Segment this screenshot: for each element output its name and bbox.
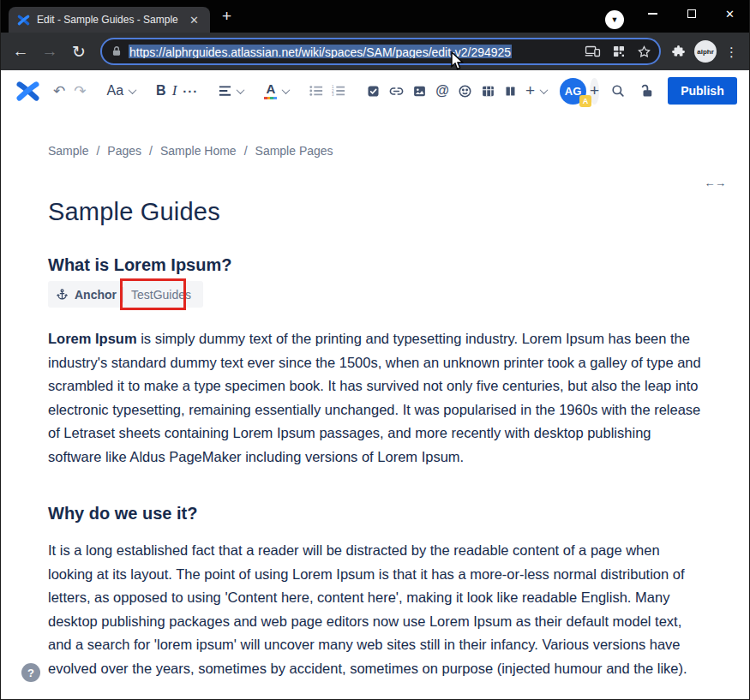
browser-window: Edit - Sample Guides - Sample - C ✕ + ▼ … — [0, 0, 750, 700]
back-icon[interactable]: ← — [8, 39, 33, 64]
browser-tab[interactable]: Edit - Sample Guides - Sample - C ✕ — [9, 7, 210, 33]
forward-icon[interactable]: → — [37, 39, 63, 64]
emoji-icon[interactable] — [453, 77, 477, 105]
chip-divider — [123, 287, 123, 302]
send-to-devices-icon[interactable] — [585, 45, 601, 58]
maximize-button[interactable] — [672, 0, 711, 27]
table-icon[interactable] — [477, 77, 500, 105]
unlock-icon[interactable] — [635, 77, 659, 105]
qr-code-icon[interactable] — [612, 45, 626, 58]
new-tab-button[interactable]: + — [222, 7, 231, 26]
bold-button[interactable]: B — [152, 77, 171, 105]
text-style-dropdown[interactable]: Aa — [103, 77, 141, 105]
page-content: Sample / Pages / Sample Home / Sample Pa… — [48, 144, 705, 680]
paragraph-body: is simply dummy text of the printing and… — [48, 331, 701, 464]
paragraph-why-use[interactable]: It is a long established fact that a rea… — [48, 539, 705, 680]
anchor-chip-label: Anchor — [75, 288, 117, 302]
mention-icon[interactable]: @ — [431, 77, 453, 105]
tab-strip: Edit - Sample Guides - Sample - C ✕ + ▼ … — [1, 0, 749, 33]
alignment-dropdown[interactable] — [214, 77, 248, 105]
lock-icon[interactable] — [111, 45, 123, 57]
paragraph-what-is[interactable]: Lorem Ipsum is simply dummy text of the … — [48, 327, 705, 469]
anchor-macro-row: Anchor TestGuides — [48, 281, 705, 312]
breadcrumb-separator: / — [244, 144, 248, 158]
chevron-down-icon — [237, 86, 245, 94]
svg-text:3: 3 — [332, 93, 334, 97]
browser-profile-avatar[interactable]: alphr — [694, 40, 717, 63]
avatar-status-badge: A — [579, 95, 591, 107]
browser-actions: alphr ⋮ — [669, 40, 742, 63]
bookmark-star-icon[interactable] — [637, 45, 651, 59]
task-checkbox-icon[interactable] — [362, 77, 385, 105]
reload-icon[interactable]: ↻ — [66, 39, 92, 64]
anchor-macro-chip[interactable]: Anchor TestGuides — [48, 281, 203, 308]
browser-menu-icon[interactable]: ⋮ — [725, 50, 737, 54]
address-bar[interactable]: https://alphrguides.atlassian.net/wiki/s… — [100, 38, 661, 65]
confluence-favicon — [17, 14, 30, 27]
tab-search-icon[interactable]: ▼ — [605, 10, 624, 29]
text-color-icon: A — [264, 82, 277, 99]
minimize-button[interactable] — [633, 0, 672, 27]
breadcrumb-separator: / — [149, 144, 153, 158]
breadcrumb-pages[interactable]: Pages — [107, 144, 141, 158]
editor-toolbar: ↶ ↷ Aa B I ··· A 123 — [1, 70, 749, 111]
help-button[interactable]: ? — [21, 663, 40, 682]
anchor-icon — [56, 288, 69, 301]
mouse-cursor — [450, 51, 465, 72]
window-close-button[interactable]: ✕ — [711, 0, 749, 27]
window-controls: ✕ — [633, 0, 749, 27]
breadcrumb-current[interactable]: Sample Pages — [255, 144, 333, 158]
publish-button[interactable]: Publish — [668, 77, 737, 105]
redo-icon[interactable]: ↷ — [69, 77, 90, 105]
tab-close-icon[interactable]: ✕ — [187, 14, 201, 27]
breadcrumb-separator: / — [96, 144, 99, 158]
confluence-logo[interactable] — [11, 77, 49, 105]
more-formatting-button[interactable]: ··· — [178, 77, 202, 105]
layout-columns-icon[interactable] — [500, 77, 521, 105]
chevron-down-icon — [129, 86, 137, 94]
insert-more-dropdown[interactable]: + — [521, 77, 551, 105]
chevron-down-icon — [282, 86, 291, 94]
image-icon[interactable] — [408, 77, 431, 105]
italic-button[interactable]: I — [171, 77, 179, 105]
extensions-puzzle-icon[interactable] — [671, 45, 686, 59]
bullet-list-icon[interactable] — [305, 77, 327, 105]
tab-title: Edit - Sample Guides - Sample - C — [37, 14, 180, 26]
user-avatar[interactable]: AG A — [560, 78, 586, 105]
numbered-list-icon[interactable]: 123 — [327, 77, 350, 105]
browser-toolbar: ← → ↻ https://alphrguides.atlassian.net/… — [1, 33, 749, 70]
undo-icon[interactable]: ↶ — [49, 77, 69, 105]
link-icon[interactable] — [385, 77, 408, 105]
chevron-down-icon — [540, 86, 549, 94]
search-icon[interactable] — [606, 77, 630, 105]
page-title[interactable]: Sample Guides — [48, 198, 705, 226]
anchor-chip-name[interactable]: TestGuides — [129, 288, 193, 302]
url-text[interactable]: https://alphrguides.atlassian.net/wiki/s… — [129, 45, 579, 58]
breadcrumb: Sample / Pages / Sample Home / Sample Pa… — [48, 144, 705, 158]
section-heading-what-is[interactable]: What is Lorem Ipsum? — [48, 255, 705, 275]
page-width-toggle-icon[interactable]: ← → — [704, 176, 724, 189]
breadcrumb-home[interactable]: Sample Home — [160, 144, 237, 158]
breadcrumb-space[interactable]: Sample — [48, 144, 88, 158]
section-heading-why-use[interactable]: Why do we use it? — [48, 504, 705, 524]
text-color-dropdown[interactable]: A — [260, 77, 293, 105]
paragraph-lead: Lorem Ipsum — [48, 331, 137, 346]
